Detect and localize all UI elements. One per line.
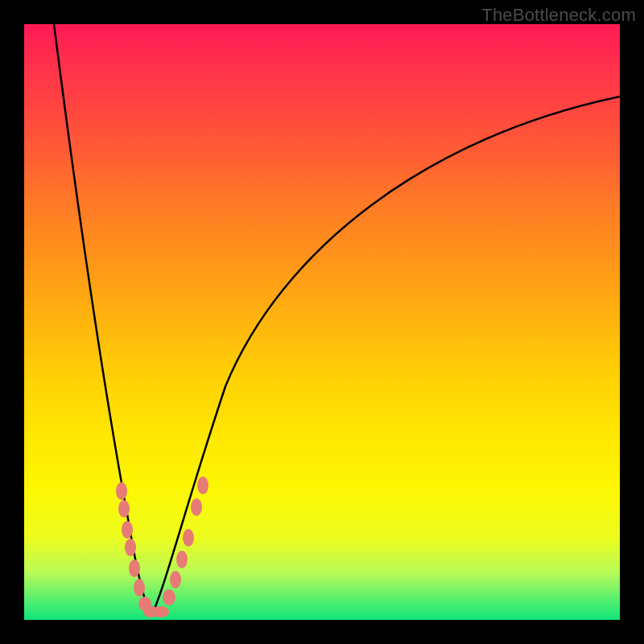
plot-area [24, 24, 620, 620]
data-marker [153, 606, 169, 617]
chart-frame: TheBottleneck.com [0, 0, 644, 644]
data-marker [176, 551, 188, 568]
data-marker [197, 477, 208, 494]
data-marker [134, 579, 145, 597]
curve-right-branch [151, 97, 620, 616]
data-marker [163, 589, 175, 605]
bottleneck-curve [24, 24, 620, 620]
watermark-text: TheBottleneck.com [481, 5, 636, 26]
data-marker [118, 500, 130, 518]
data-marker [116, 482, 127, 500]
data-marker [125, 539, 136, 556]
data-marker [191, 498, 202, 516]
data-marker [170, 571, 181, 588]
data-marker [183, 529, 194, 547]
curve-left-branch [54, 24, 151, 616]
marker-group [116, 477, 208, 617]
data-marker [129, 559, 140, 577]
data-marker [122, 521, 133, 539]
